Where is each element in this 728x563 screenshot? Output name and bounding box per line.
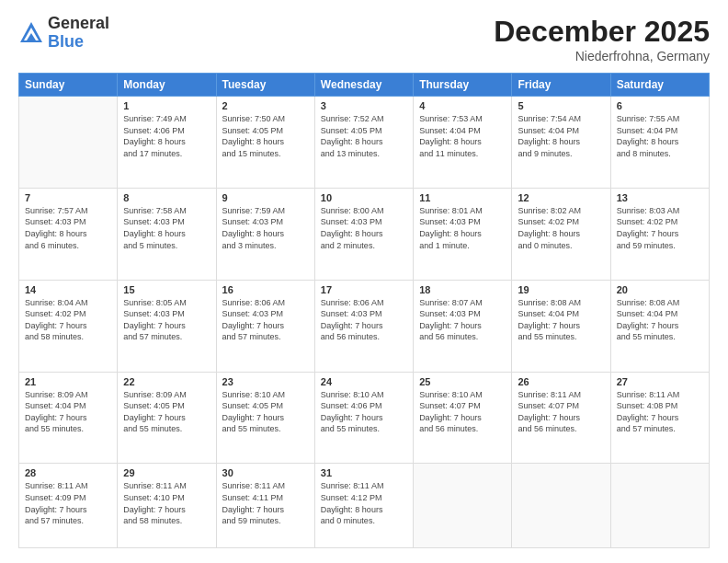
day-number: 30 xyxy=(222,467,309,478)
day-info: Sunrise: 8:11 AM Sunset: 4:12 PM Dayligh… xyxy=(321,480,407,526)
calendar-table: SundayMondayTuesdayWednesdayThursdayFrid… xyxy=(18,73,710,548)
day-number: 20 xyxy=(617,284,703,295)
day-info: Sunrise: 8:11 AM Sunset: 4:09 PM Dayligh… xyxy=(25,480,111,526)
calendar-header-row: SundayMondayTuesdayWednesdayThursdayFrid… xyxy=(19,74,710,97)
calendar-cell xyxy=(414,464,512,548)
day-info: Sunrise: 8:04 AM Sunset: 4:02 PM Dayligh… xyxy=(25,297,111,343)
calendar-cell: 8Sunrise: 7:58 AM Sunset: 4:03 PM Daylig… xyxy=(118,188,216,280)
calendar-cell: 20Sunrise: 8:08 AM Sunset: 4:04 PM Dayli… xyxy=(610,280,709,372)
day-number: 29 xyxy=(123,467,210,478)
day-number: 28 xyxy=(25,467,111,478)
calendar-cell xyxy=(19,97,118,189)
location: Niederfrohna, Germany xyxy=(494,49,710,63)
day-number: 19 xyxy=(518,284,604,295)
calendar-cell: 24Sunrise: 8:10 AM Sunset: 4:06 PM Dayli… xyxy=(314,372,413,464)
day-info: Sunrise: 8:10 AM Sunset: 4:05 PM Dayligh… xyxy=(222,389,309,435)
day-number: 12 xyxy=(518,192,604,203)
calendar-cell xyxy=(610,464,709,548)
day-number: 10 xyxy=(321,192,407,203)
calendar-cell: 2Sunrise: 7:50 AM Sunset: 4:05 PM Daylig… xyxy=(216,97,314,189)
header: General Blue December 2025 Niederfrohna,… xyxy=(18,15,710,63)
day-info: Sunrise: 8:11 AM Sunset: 4:10 PM Dayligh… xyxy=(123,480,210,526)
day-info: Sunrise: 8:06 AM Sunset: 4:03 PM Dayligh… xyxy=(321,297,407,343)
day-number: 15 xyxy=(123,284,210,295)
logo-blue-text: Blue xyxy=(48,33,109,52)
calendar-week-0: 1Sunrise: 7:49 AM Sunset: 4:06 PM Daylig… xyxy=(19,97,710,189)
day-number: 5 xyxy=(518,100,604,111)
calendar-weekday-tuesday: Tuesday xyxy=(216,74,314,97)
day-number: 11 xyxy=(419,192,506,203)
month-title: December 2025 xyxy=(494,15,710,49)
calendar-cell: 28Sunrise: 8:11 AM Sunset: 4:09 PM Dayli… xyxy=(19,464,118,548)
day-info: Sunrise: 8:11 AM Sunset: 4:08 PM Dayligh… xyxy=(617,389,703,435)
day-info: Sunrise: 8:09 AM Sunset: 4:04 PM Dayligh… xyxy=(25,389,111,435)
day-number: 18 xyxy=(419,284,506,295)
calendar-cell: 4Sunrise: 7:53 AM Sunset: 4:04 PM Daylig… xyxy=(414,97,512,189)
day-info: Sunrise: 8:02 AM Sunset: 4:02 PM Dayligh… xyxy=(518,205,604,251)
day-info: Sunrise: 7:54 AM Sunset: 4:04 PM Dayligh… xyxy=(518,113,604,159)
calendar-weekday-wednesday: Wednesday xyxy=(314,74,413,97)
calendar-cell: 19Sunrise: 8:08 AM Sunset: 4:04 PM Dayli… xyxy=(512,280,610,372)
calendar-weekday-monday: Monday xyxy=(118,74,216,97)
day-number: 24 xyxy=(321,376,407,387)
day-number: 8 xyxy=(123,192,210,203)
logo-general-text: General xyxy=(48,15,109,33)
day-number: 2 xyxy=(222,100,309,111)
day-info: Sunrise: 8:11 AM Sunset: 4:07 PM Dayligh… xyxy=(518,389,604,435)
calendar-cell: 1Sunrise: 7:49 AM Sunset: 4:06 PM Daylig… xyxy=(118,97,216,189)
calendar-cell: 5Sunrise: 7:54 AM Sunset: 4:04 PM Daylig… xyxy=(512,97,610,189)
day-number: 26 xyxy=(518,376,604,387)
calendar-week-1: 7Sunrise: 7:57 AM Sunset: 4:03 PM Daylig… xyxy=(19,188,710,280)
title-block: December 2025 Niederfrohna, Germany xyxy=(494,15,710,63)
day-info: Sunrise: 8:09 AM Sunset: 4:05 PM Dayligh… xyxy=(123,389,210,435)
calendar-cell: 25Sunrise: 8:10 AM Sunset: 4:07 PM Dayli… xyxy=(414,372,512,464)
day-info: Sunrise: 8:08 AM Sunset: 4:04 PM Dayligh… xyxy=(617,297,703,343)
calendar-cell: 13Sunrise: 8:03 AM Sunset: 4:02 PM Dayli… xyxy=(610,188,709,280)
calendar-cell: 27Sunrise: 8:11 AM Sunset: 4:08 PM Dayli… xyxy=(610,372,709,464)
calendar-weekday-saturday: Saturday xyxy=(610,74,709,97)
day-number: 25 xyxy=(419,376,506,387)
day-number: 17 xyxy=(321,284,407,295)
calendar-week-3: 21Sunrise: 8:09 AM Sunset: 4:04 PM Dayli… xyxy=(19,372,710,464)
day-info: Sunrise: 7:52 AM Sunset: 4:05 PM Dayligh… xyxy=(321,113,407,159)
calendar-cell: 9Sunrise: 7:59 AM Sunset: 4:03 PM Daylig… xyxy=(216,188,314,280)
calendar-cell xyxy=(512,464,610,548)
day-info: Sunrise: 8:03 AM Sunset: 4:02 PM Dayligh… xyxy=(617,205,703,251)
day-info: Sunrise: 7:55 AM Sunset: 4:04 PM Dayligh… xyxy=(617,113,703,159)
calendar-cell: 6Sunrise: 7:55 AM Sunset: 4:04 PM Daylig… xyxy=(610,97,709,189)
day-number: 27 xyxy=(617,376,703,387)
calendar-cell: 3Sunrise: 7:52 AM Sunset: 4:05 PM Daylig… xyxy=(314,97,413,189)
calendar-cell: 11Sunrise: 8:01 AM Sunset: 4:03 PM Dayli… xyxy=(414,188,512,280)
day-info: Sunrise: 7:58 AM Sunset: 4:03 PM Dayligh… xyxy=(123,205,210,251)
day-info: Sunrise: 8:06 AM Sunset: 4:03 PM Dayligh… xyxy=(222,297,309,343)
calendar-cell: 30Sunrise: 8:11 AM Sunset: 4:11 PM Dayli… xyxy=(216,464,314,548)
calendar-weekday-friday: Friday xyxy=(512,74,610,97)
calendar-cell: 22Sunrise: 8:09 AM Sunset: 4:05 PM Dayli… xyxy=(118,372,216,464)
day-info: Sunrise: 7:53 AM Sunset: 4:04 PM Dayligh… xyxy=(419,113,506,159)
calendar-weekday-thursday: Thursday xyxy=(414,74,512,97)
day-number: 9 xyxy=(222,192,309,203)
day-info: Sunrise: 8:10 AM Sunset: 4:06 PM Dayligh… xyxy=(321,389,407,435)
day-number: 3 xyxy=(321,100,407,111)
day-number: 16 xyxy=(222,284,309,295)
calendar-cell: 15Sunrise: 8:05 AM Sunset: 4:03 PM Dayli… xyxy=(118,280,216,372)
calendar-cell: 23Sunrise: 8:10 AM Sunset: 4:05 PM Dayli… xyxy=(216,372,314,464)
calendar-cell: 17Sunrise: 8:06 AM Sunset: 4:03 PM Dayli… xyxy=(314,280,413,372)
day-info: Sunrise: 7:57 AM Sunset: 4:03 PM Dayligh… xyxy=(25,205,111,251)
logo-text: General Blue xyxy=(48,15,109,52)
day-number: 13 xyxy=(617,192,703,203)
day-number: 21 xyxy=(25,376,111,387)
day-info: Sunrise: 8:08 AM Sunset: 4:04 PM Dayligh… xyxy=(518,297,604,343)
day-info: Sunrise: 8:10 AM Sunset: 4:07 PM Dayligh… xyxy=(419,389,506,435)
day-number: 4 xyxy=(419,100,506,111)
calendar-cell: 7Sunrise: 7:57 AM Sunset: 4:03 PM Daylig… xyxy=(19,188,118,280)
calendar-cell: 26Sunrise: 8:11 AM Sunset: 4:07 PM Dayli… xyxy=(512,372,610,464)
calendar-cell: 16Sunrise: 8:06 AM Sunset: 4:03 PM Dayli… xyxy=(216,280,314,372)
calendar-week-4: 28Sunrise: 8:11 AM Sunset: 4:09 PM Dayli… xyxy=(19,464,710,548)
calendar-cell: 14Sunrise: 8:04 AM Sunset: 4:02 PM Dayli… xyxy=(19,280,118,372)
day-number: 7 xyxy=(25,192,111,203)
day-number: 31 xyxy=(321,467,407,478)
day-number: 22 xyxy=(123,376,210,387)
day-info: Sunrise: 7:59 AM Sunset: 4:03 PM Dayligh… xyxy=(222,205,309,251)
day-info: Sunrise: 8:11 AM Sunset: 4:11 PM Dayligh… xyxy=(222,480,309,526)
